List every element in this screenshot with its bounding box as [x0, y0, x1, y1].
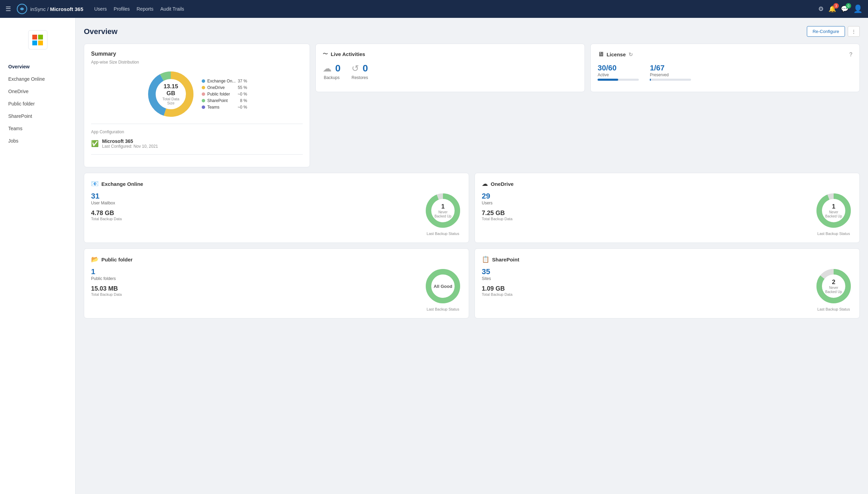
preserved-license: 1/67 Preserved [650, 64, 691, 81]
sidebar-item-sharepoint[interactable]: SharePoint [0, 110, 75, 122]
backups-stat: ☁ 0 Backups [323, 63, 341, 80]
license-header: 🖥 License ↻ ? [598, 51, 853, 58]
exchange-donut-label: 1 NeverBacked Up [435, 203, 452, 218]
layout: Overview Exchange Online OneDrive Public… [0, 0, 868, 494]
app-config-title: App Configuration [91, 130, 303, 134]
publicfolder-donut: All Good [424, 267, 462, 305]
nav-audit-trails[interactable]: Audit Trails [160, 6, 184, 12]
legend-dot-publicfolder [202, 92, 205, 96]
sidebar-item-exchange-online[interactable]: Exchange Online [0, 73, 75, 85]
exchange-backup-num: 4.78 GB [91, 210, 122, 217]
chat-button[interactable]: 💬 0 [841, 5, 848, 13]
exchange-stat-label: User Mailbox [91, 201, 122, 205]
publicfolder-donut-col: All Good Last Backup Status [424, 267, 462, 311]
restores-stat: ↺ 0 Restores [352, 63, 368, 80]
topnav-links: Users Profiles Reports Audit Trails [94, 6, 184, 12]
exchange-title: Exchange Online [101, 181, 143, 187]
legend-dot-onedrive [202, 86, 205, 89]
config-date: Last Configured: Nov 10, 2021 [102, 144, 158, 149]
sharepoint-icon: 📋 [482, 256, 489, 263]
publicfolder-stat-num: 1 [91, 267, 122, 276]
sharepoint-card: 📋 SharePoint 35 Sites 1.09 GB Total Back… [475, 248, 860, 318]
publicfolder-backup-label: Total Backup Data [91, 292, 122, 296]
sharepoint-header: 📋 SharePoint [482, 256, 853, 263]
donut-chart: 13.15 GB Total Data Size [147, 70, 195, 118]
reconfigure-button[interactable]: Re-Configure [807, 26, 845, 37]
exchange-stat-num: 31 [91, 192, 122, 201]
exchange-online-card: 📧 Exchange Online 31 User Mailbox 4.78 G… [84, 173, 469, 243]
bell-button[interactable]: 🔔 3 [828, 5, 836, 13]
legend-publicfolder: Public folder ~0 % [202, 92, 247, 97]
main-content: Overview Re-Configure ⋮ Summary App-wise… [76, 18, 868, 494]
sharepoint-donut: 2 NeverBacked Up [815, 267, 853, 305]
active-progress-fill [598, 79, 618, 81]
nav-users[interactable]: Users [94, 6, 107, 12]
onedrive-stat-label: Users [482, 201, 512, 205]
pulse-icon: 〜 [323, 51, 328, 57]
page-title: Overview [84, 27, 118, 36]
publicfolder-donut-label: All Good [434, 284, 452, 289]
license-icon: 🖥 [598, 51, 604, 58]
legend-teams: Teams ~0 % [202, 105, 247, 110]
summary-title: Summary [91, 51, 303, 57]
sidebar-item-teams[interactable]: Teams [0, 122, 75, 135]
exchange-status-label: Last Backup Status [427, 232, 459, 236]
user-avatar[interactable]: 👤 [853, 4, 863, 13]
onedrive-title: OneDrive [491, 181, 514, 187]
legend-dot-sharepoint [202, 99, 205, 102]
live-activities-title: Live Activities [331, 51, 365, 57]
active-progress-bar [598, 79, 639, 81]
restores-num: 0 [363, 63, 368, 74]
sidebar-item-jobs[interactable]: Jobs [0, 135, 75, 147]
publicfolder-status-label: Last Backup Status [427, 307, 459, 311]
summary-subtitle: App-wise Size Distribution [91, 60, 303, 65]
publicfolder-header: 📂 Public folder [91, 256, 462, 263]
config-check-icon: ✅ [91, 140, 99, 147]
sharepoint-title: SharePoint [492, 257, 519, 262]
insync-logo [16, 3, 27, 14]
top-section: Summary App-wise Size Distribution [84, 44, 860, 167]
bell-badge: 3 [833, 3, 839, 9]
legend-exchange: Exchange On... 37 % [202, 79, 247, 83]
exchange-content: 31 User Mailbox 4.78 GB Total Backup Dat… [91, 192, 462, 236]
backups-label: Backups [324, 75, 340, 80]
exchange-backup-label: Total Backup Data [91, 217, 122, 221]
license-title: License [607, 52, 626, 57]
sidebar-item-onedrive[interactable]: OneDrive [0, 85, 75, 98]
preserved-progress-fill [650, 79, 650, 81]
exchange-header: 📧 Exchange Online [91, 180, 462, 188]
microsoft-logo [28, 30, 47, 49]
restore-icon: ↺ [352, 63, 359, 74]
exchange-donut: 1 NeverBacked Up [424, 192, 462, 229]
backups-num: 0 [335, 63, 341, 74]
donut-label: 13.15 GB Total Data Size [159, 83, 183, 105]
sharepoint-backup-label: Total Backup Data [482, 292, 512, 296]
help-icon[interactable]: ? [849, 52, 853, 58]
publicfolder-title: Public folder [101, 257, 133, 262]
onedrive-status-label: Last Backup Status [817, 232, 850, 236]
donut-wrap: 13.15 GB Total Data Size Exchange On... … [91, 70, 303, 118]
topnav-right: ⚙ 🔔 3 💬 0 👤 [818, 4, 863, 13]
backup-icon: ☁ [323, 63, 332, 74]
refresh-icon[interactable]: ↻ [628, 52, 633, 58]
preserved-progress-bar [650, 79, 691, 81]
nav-profiles[interactable]: Profiles [114, 6, 130, 12]
hamburger-icon[interactable]: ☰ [5, 5, 11, 13]
gear-icon[interactable]: ⚙ [818, 5, 824, 13]
more-button[interactable]: ⋮ [848, 26, 860, 37]
sidebar-item-public-folder[interactable]: Public folder [0, 98, 75, 110]
sharepoint-status-label: Last Backup Status [817, 307, 850, 311]
license-stats: 30/60 Active 1/67 Preserved [598, 64, 853, 81]
publicfolder-content: 1 Public folders 15.03 MB Total Backup D… [91, 267, 462, 311]
bottom-section: 📧 Exchange Online 31 User Mailbox 4.78 G… [84, 173, 860, 318]
onedrive-header: ☁ OneDrive [482, 180, 853, 188]
breadcrumb-brand: inSync / Microsoft 365 [30, 6, 83, 12]
nav-reports[interactable]: Reports [136, 6, 153, 12]
summary-card: Summary App-wise Size Distribution [84, 44, 310, 167]
chat-badge: 0 [846, 3, 851, 9]
sidebar-item-overview[interactable]: Overview [0, 60, 75, 73]
exchange-donut-col: 1 NeverBacked Up Last Backup Status [424, 192, 462, 236]
live-activities-header: 〜 Live Activities [323, 51, 578, 57]
topnav: ☰ inSync / Microsoft 365 Users Profiles … [0, 0, 868, 18]
onedrive-backup-num: 7.25 GB [482, 210, 512, 217]
